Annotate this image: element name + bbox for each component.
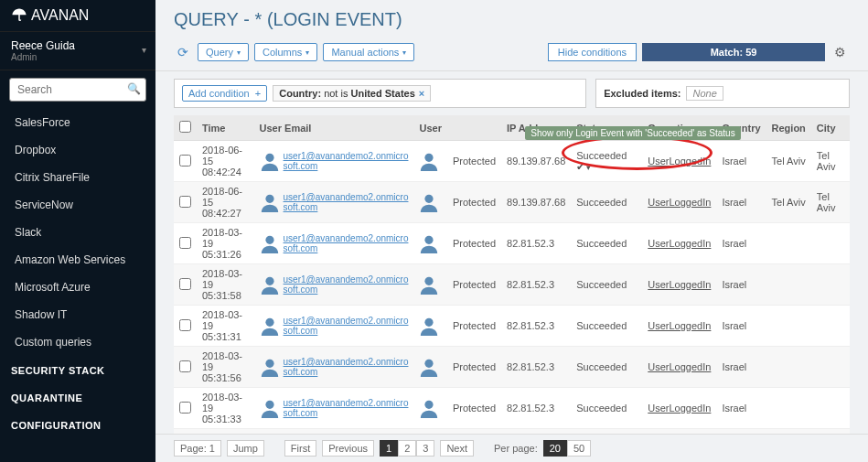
row-checkbox[interactable] [179,360,191,372]
sidebar-section-security-stack[interactable]: SECURITY STACK [0,356,155,383]
table-header-row: TimeUser EmailUserIP AddressStatusOperat… [174,115,850,141]
col-time[interactable]: Time [197,115,254,141]
search-icon[interactable]: 🔍 [127,82,141,95]
svg-point-2 [265,195,273,203]
user-email-link[interactable]: user1@avanandemo2.onmicrosoft.com [284,233,409,253]
row-checkbox[interactable] [179,155,191,167]
perpage-50-button[interactable]: 50 [567,440,591,457]
jump-button[interactable]: Jump [227,440,264,457]
sidebar-item-microsoft-azure[interactable]: Microsoft Azure [0,274,155,301]
check-icon: ✔ [576,161,584,172]
sidebar-item-custom-queries[interactable]: Custom queries [0,328,155,356]
perpage-label: Per page: [494,443,538,454]
table-row[interactable]: 2018-03-1905:31:58user1@avanandemo2.onmi… [174,264,850,306]
sidebar-item-citrix-sharefile[interactable]: Citrix ShareFile [0,164,155,191]
add-condition-button[interactable]: Add condition + [182,85,267,102]
user-email-link[interactable]: user1@avanandemo2.onmicrosoft.com [284,316,409,336]
umbrella-icon [11,7,27,24]
manual-actions-dropdown[interactable]: Manual actions▾ [323,43,414,61]
search-input[interactable] [9,78,146,102]
user-email-link[interactable]: user1@avanandemo2.onmicrosoft.com [284,357,409,377]
sidebar-item-shadow-it[interactable]: Shadow IT [0,301,155,328]
gear-icon[interactable]: ⚙ [830,45,850,59]
brand-logo: AVANAN [0,0,155,31]
next-page-button[interactable]: Next [440,440,474,457]
columns-dropdown[interactable]: Columns▾ [254,43,317,61]
select-all-checkbox[interactable] [179,121,191,133]
row-checkbox[interactable] [179,237,191,249]
chevron-down-icon: ▾ [237,48,241,57]
operation-link[interactable]: UserLoggedIn [648,403,711,414]
table-row[interactable]: 2018-03-1905:31:31user1@avanandemo2.onmi… [174,306,850,347]
user-block[interactable]: Reece Guida Admin ▾ [0,31,155,70]
svg-point-6 [265,277,273,285]
conditions-box: Add condition + Country: not is United S… [174,79,586,108]
excluded-label: Excluded items: [604,88,680,99]
col-checkbox [447,115,501,141]
match-count: Match: 59 [642,43,825,61]
user-name: Reece Guida [11,39,145,52]
user-email-link[interactable]: user1@avanandemo2.onmicrosoft.com [284,192,409,212]
col-user-email[interactable]: User Email [254,115,414,141]
chevron-down-icon: ▾ [142,45,146,55]
query-dropdown[interactable]: Query▾ [198,43,249,61]
operation-link[interactable]: UserLoggedIn [648,320,711,331]
user-email-link[interactable]: user1@avanandemo2.onmicrosoft.com [284,274,409,295]
chevron-down-icon: ▾ [305,48,309,57]
filter-chip-country[interactable]: Country: not is United States × [273,85,431,102]
first-page-button[interactable]: First [284,440,316,457]
filter-icon[interactable]: ▾ [586,163,591,172]
svg-point-8 [265,318,273,327]
col-region[interactable]: Region [766,115,811,141]
perpage-20-button[interactable]: 20 [543,440,567,457]
sidebar-item-dropbox[interactable]: Dropbox [0,136,155,164]
row-checkbox[interactable] [179,278,191,290]
close-icon[interactable]: × [419,88,424,99]
row-checkbox[interactable] [179,196,191,208]
plus-icon: + [255,88,261,99]
operation-link[interactable]: UserLoggedIn [648,238,711,249]
page-1-button[interactable]: 1 [380,440,398,457]
page-title-prefix: QUERY [174,9,239,29]
operation-link[interactable]: UserLoggedIn [648,197,711,208]
col-checkbox [174,115,197,141]
svg-point-10 [265,360,273,368]
table-row[interactable]: 2018-06-1508:42:27user1@avanandemo2.onmi… [174,182,850,223]
operation-link[interactable]: UserLoggedIn [648,279,711,290]
filters-row: Add condition + Country: not is United S… [155,71,868,115]
row-checkbox[interactable] [179,402,191,414]
table-row[interactable]: 2018-06-1508:42:24user1@avanandemo2.onmi… [174,141,850,182]
operation-link[interactable]: UserLoggedIn [648,156,711,167]
excluded-box: Excluded items: None [595,79,850,108]
sidebar: AVANAN Reece Guida Admin ▾ 🔍 SalesForceD… [0,0,155,462]
hide-conditions-button[interactable]: Hide conditions [548,43,637,61]
svg-point-7 [425,277,434,285]
operation-link[interactable]: UserLoggedIn [648,361,711,372]
page-3-button[interactable]: 3 [416,440,434,457]
sidebar-item-servicenow[interactable]: ServiceNow [0,191,155,219]
user-email-link[interactable]: user1@avanandemo2.onmicrosoft.com [284,151,409,171]
table-row[interactable]: 2018-03-1905:31:26user1@avanandemo2.onmi… [174,223,850,264]
svg-point-12 [265,401,273,409]
svg-point-11 [425,360,434,368]
col-city[interactable]: City [811,115,850,141]
page-title: QUERY - * (LOGIN EVENT) [155,0,868,38]
user-email-link[interactable]: user1@avanandemo2.onmicrosoft.com [284,398,409,418]
svg-point-4 [265,236,273,244]
table-row[interactable]: 2018-03-1905:31:19user1@avanandemo2.onmi… [174,429,850,435]
svg-point-3 [425,195,434,203]
sidebar-item-amazon-web-services[interactable]: Amazon Web Services [0,246,155,274]
sidebar-item-salesforce[interactable]: SalesForce [0,109,155,136]
col-user[interactable]: User [413,115,446,141]
brand-text: AVANAN [31,7,89,24]
row-checkbox[interactable] [179,319,191,331]
pagination: Page: 1 Jump First Previous 123 Next Per… [155,434,868,462]
table-row[interactable]: 2018-03-1905:31:56user1@avanandemo2.onmi… [174,347,850,388]
page-2-button[interactable]: 2 [398,440,416,457]
sidebar-section-configuration[interactable]: CONFIGURATION [0,411,155,438]
table-row[interactable]: 2018-03-1905:31:33user1@avanandemo2.onmi… [174,388,850,429]
sidebar-item-slack[interactable]: Slack [0,219,155,246]
sidebar-section-quarantine[interactable]: QUARANTINE [0,383,155,411]
prev-page-button[interactable]: Previous [322,440,374,457]
refresh-icon[interactable]: ⟳ [174,41,192,63]
